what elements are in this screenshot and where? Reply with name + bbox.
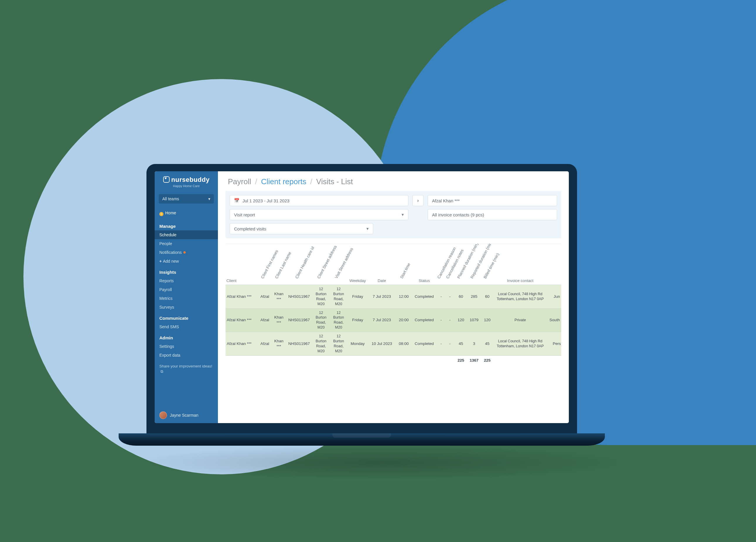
sidebar-item-metrics[interactable]: Metrics bbox=[155, 294, 218, 303]
table-cell: 120 bbox=[454, 308, 467, 332]
chevron-right-icon: › bbox=[417, 198, 419, 203]
col-header[interactable]: Client Health care id bbox=[286, 244, 312, 285]
client-filter-input[interactable] bbox=[432, 198, 553, 203]
app-window: nursebuddy Happy Home Care All teams ▾ i… bbox=[155, 171, 569, 423]
team-selector[interactable]: All teams ▾ bbox=[159, 194, 214, 204]
main-content: Payroll / Client reports / Visits - List… bbox=[218, 171, 569, 423]
col-header[interactable] bbox=[547, 244, 561, 285]
plus-icon: + bbox=[159, 259, 162, 264]
col-header[interactable]: Planned duration (min) bbox=[454, 244, 467, 285]
crumb-sep: / bbox=[255, 177, 257, 186]
col-header[interactable]: Reported duration (min) bbox=[467, 244, 481, 285]
next-period-button[interactable]: › bbox=[412, 195, 424, 206]
table-cell: 45 bbox=[481, 332, 494, 356]
nav-home-label: Home bbox=[165, 211, 176, 215]
col-header[interactable]: Billed time (min) bbox=[481, 244, 494, 285]
brand-logo: nursebuddy bbox=[155, 176, 218, 184]
col-header[interactable]: Client Street address bbox=[312, 244, 330, 285]
totals-cell bbox=[437, 355, 446, 365]
status-select[interactable]: Completed visits ▾ bbox=[230, 223, 373, 234]
table-cell: Afzal Khan *** bbox=[226, 308, 258, 332]
col-header[interactable]: Client bbox=[226, 244, 258, 285]
table-cell: - bbox=[446, 285, 454, 308]
table-body: Afzal Khan ***AfzalKhan ***NHS01196712 B… bbox=[226, 285, 561, 356]
sidebar-item-notifications[interactable]: Notifications bbox=[155, 248, 218, 257]
table-row[interactable]: Afzal Khan ***AfzalKhan ***NHS01196712 B… bbox=[226, 308, 561, 332]
avatar bbox=[159, 411, 167, 419]
totals-cell bbox=[396, 355, 412, 365]
chevron-down-icon: ▾ bbox=[402, 212, 404, 217]
col-header-label: Client bbox=[226, 278, 237, 283]
table-cell: NHS011967 bbox=[286, 308, 312, 332]
date-range-value: Jul 1 2023 - Jul 31 2023 bbox=[243, 198, 289, 203]
report-type-value: Visit report bbox=[234, 212, 255, 217]
sidebar-item-payroll[interactable]: Payroll bbox=[155, 285, 218, 294]
report-type-select[interactable]: Visit report ▾ bbox=[230, 209, 408, 220]
col-header[interactable]: Weekday bbox=[347, 244, 368, 285]
crumb-payroll[interactable]: Payroll bbox=[228, 177, 251, 186]
table-cell: 45 bbox=[454, 332, 467, 356]
col-header-label: Status bbox=[419, 278, 430, 283]
sidebar-item-people[interactable]: People bbox=[155, 239, 218, 248]
sidebar-item-surveys[interactable]: Surveys bbox=[155, 303, 218, 311]
col-header[interactable]: Invoice contact bbox=[494, 244, 547, 285]
totals-cell bbox=[412, 355, 437, 365]
table-cell: Local Council, 748 High Rd Tottenham, Lo… bbox=[494, 285, 547, 308]
sidebar-item-label: Surveys bbox=[159, 305, 174, 309]
table-cell: - bbox=[437, 308, 446, 332]
table-cell: 12 Burton Road, M20 bbox=[330, 332, 347, 356]
brand-tagline: Happy Home Care bbox=[155, 184, 218, 188]
team-selector-label: All teams bbox=[162, 197, 179, 201]
client-filter[interactable] bbox=[428, 195, 557, 206]
feedback-link[interactable]: Share your improvement ideas!⧉ bbox=[155, 359, 218, 378]
table-row[interactable]: Afzal Khan ***AfzalKhan ***NHS01196712 B… bbox=[226, 285, 561, 308]
brand-block: nursebuddy Happy Home Care bbox=[155, 171, 218, 191]
sidebar-item-label: People bbox=[159, 241, 172, 246]
table-cell: - bbox=[446, 332, 454, 356]
table-cell: Completed bbox=[412, 285, 437, 308]
sidebar-item-label: Metrics bbox=[159, 296, 173, 301]
sidebar-item-settings[interactable]: Settings bbox=[155, 342, 218, 351]
sidebar-item-export-data[interactable]: Export data bbox=[155, 351, 218, 359]
table-cell: 20:00 bbox=[396, 308, 412, 332]
crumb-client-reports[interactable]: Client reports bbox=[261, 177, 306, 186]
laptop-shadow bbox=[129, 445, 639, 480]
table-cell: Local Council, 748 High Rd Tottenham, Lo… bbox=[494, 332, 547, 356]
col-header[interactable]: Client Last name bbox=[272, 244, 286, 285]
external-link-icon: ⧉ bbox=[161, 369, 163, 374]
current-user[interactable]: Jayne Scarman bbox=[155, 407, 218, 423]
col-header[interactable]: Cancellation notes bbox=[446, 244, 454, 285]
date-range-picker[interactable]: 📅 Jul 1 2023 - Jul 31 2023 bbox=[230, 195, 408, 206]
totals-cell bbox=[368, 355, 396, 365]
table-cell: South m bbox=[547, 308, 561, 332]
section-admin: Admin bbox=[155, 331, 218, 342]
laptop-screen: nursebuddy Happy Home Care All teams ▾ i… bbox=[146, 164, 577, 433]
table-cell: 12 Burton Road, M20 bbox=[312, 332, 330, 356]
sidebar-item-reports[interactable]: Reports bbox=[155, 276, 218, 285]
col-header[interactable]: Status bbox=[412, 244, 437, 285]
brand-name: nursebuddy bbox=[171, 176, 210, 183]
col-header[interactable]: Client First names bbox=[258, 244, 272, 285]
nav-home[interactable]: iHome bbox=[155, 207, 218, 220]
table-cell: Afzal Khan *** bbox=[226, 332, 258, 356]
totals-cell bbox=[226, 355, 258, 365]
col-header-label: Invoice contact bbox=[507, 278, 533, 283]
sidebar-item-send-sms[interactable]: Send SMS bbox=[155, 322, 218, 331]
table-cell: - bbox=[437, 285, 446, 308]
sidebar-item-add-new[interactable]: +Add new bbox=[155, 257, 218, 266]
col-header[interactable]: Start time bbox=[396, 244, 412, 285]
totals-cell bbox=[446, 355, 454, 365]
totals-cell bbox=[286, 355, 312, 365]
invoice-contacts-select[interactable]: All invoice contacts (9 pcs) bbox=[428, 209, 557, 220]
col-header[interactable]: Visit Street address bbox=[330, 244, 347, 285]
sidebar-item-schedule[interactable]: Schedule bbox=[155, 231, 218, 239]
table-row[interactable]: Afzal Khan ***AfzalKhan ***NHS01196712 B… bbox=[226, 332, 561, 356]
col-header[interactable]: Date bbox=[368, 244, 396, 285]
col-header-label: Weekday bbox=[349, 278, 366, 283]
table-cell: NHS011967 bbox=[286, 285, 312, 308]
col-header[interactable]: Cancellation reason bbox=[437, 244, 446, 285]
table-cell: 10 Jul 2023 bbox=[368, 332, 396, 356]
totals-cell bbox=[272, 355, 286, 365]
table-totals-row: 2251367225 bbox=[226, 355, 561, 365]
crumb-sep: / bbox=[310, 177, 312, 186]
